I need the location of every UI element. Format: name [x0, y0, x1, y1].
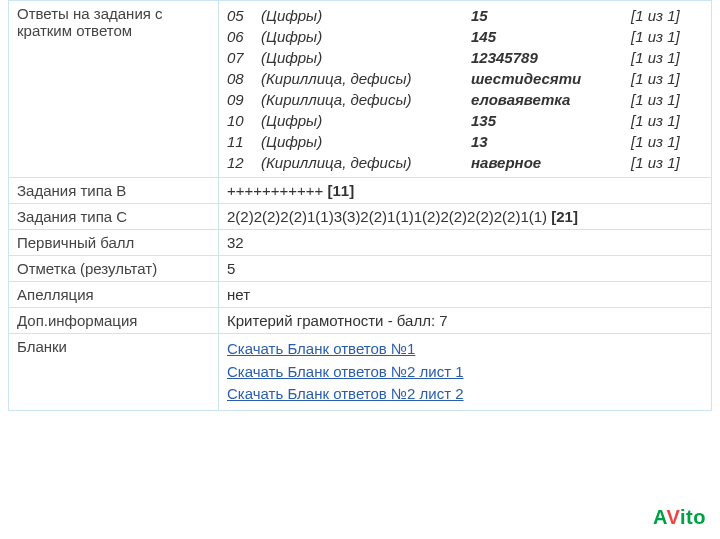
answer-num: 09 [227, 89, 261, 110]
answer-value: 135 [471, 110, 631, 131]
answer-num: 12 [227, 152, 261, 173]
label-mark: Отметка (результат) [9, 256, 219, 282]
answer-num: 06 [227, 26, 261, 47]
type-c-marks: 2(2)2(2)2(2)1(1)3(3)2(2)1(1)1(2)2(2)2(2)… [227, 208, 551, 225]
answer-row: 11 (Цифры) 13 [1 из 1] [227, 131, 703, 152]
answer-row: 07 (Цифры) 12345789 [1 из 1] [227, 47, 703, 68]
value-type-b: +++++++++++ [11] [219, 178, 712, 204]
label-type-b: Задания типа В [9, 178, 219, 204]
type-b-total: [11] [328, 182, 355, 199]
answer-row: 08 (Кириллица, дефисы) шестидесяти [1 из… [227, 68, 703, 89]
answer-value: наверное [471, 152, 631, 173]
cell-short-answers: 05 (Цифры) 15 [1 из 1] 06 (Цифры) 145 [1… [219, 1, 712, 178]
value-blanks: Скачать Бланк ответов №1 Скачать Бланк о… [219, 334, 712, 411]
answer-score: [1 из 1] [631, 26, 703, 47]
answer-type: (Кириллица, дефисы) [261, 89, 471, 110]
type-c-total: [21] [551, 208, 578, 225]
label-short-answers: Ответы на задания с кратким ответом [9, 1, 219, 178]
answer-num: 05 [227, 5, 261, 26]
answer-score: [1 из 1] [631, 131, 703, 152]
answer-type: (Цифры) [261, 47, 471, 68]
answer-row: 12 (Кириллица, дефисы) наверное [1 из 1] [227, 152, 703, 173]
value-primary-score: 32 [219, 230, 712, 256]
answer-num: 10 [227, 110, 261, 131]
answers-subtable: 05 (Цифры) 15 [1 из 1] 06 (Цифры) 145 [1… [227, 5, 703, 173]
answer-type: (Цифры) [261, 131, 471, 152]
answer-value: еловаяветка [471, 89, 631, 110]
row-primary-score: Первичный балл 32 [9, 230, 712, 256]
answer-row: 05 (Цифры) 15 [1 из 1] [227, 5, 703, 26]
answer-value: шестидесяти [471, 68, 631, 89]
row-short-answers: Ответы на задания с кратким ответом 05 (… [9, 1, 712, 178]
row-appeal: Апелляция нет [9, 282, 712, 308]
answer-type: (Кириллица, дефисы) [261, 152, 471, 173]
answer-type: (Цифры) [261, 110, 471, 131]
row-mark: Отметка (результат) 5 [9, 256, 712, 282]
answer-num: 11 [227, 131, 261, 152]
label-appeal: Апелляция [9, 282, 219, 308]
label-extra: Доп.информация [9, 308, 219, 334]
answer-score: [1 из 1] [631, 47, 703, 68]
type-b-marks: +++++++++++ [227, 182, 328, 199]
answer-row: 10 (Цифры) 135 [1 из 1] [227, 110, 703, 131]
answer-score: [1 из 1] [631, 5, 703, 26]
value-appeal: нет [219, 282, 712, 308]
blank-link-3[interactable]: Скачать Бланк ответов №2 лист 2 [227, 383, 703, 406]
label-type-c: Задания типа С [9, 204, 219, 230]
blank-link-2[interactable]: Скачать Бланк ответов №2 лист 1 [227, 361, 703, 384]
answer-value: 13 [471, 131, 631, 152]
answer-num: 07 [227, 47, 261, 68]
value-extra: Критерий грамотности - балл: 7 [219, 308, 712, 334]
row-type-b: Задания типа В +++++++++++ [11] [9, 178, 712, 204]
answer-type: (Кириллица, дефисы) [261, 68, 471, 89]
answer-row: 06 (Цифры) 145 [1 из 1] [227, 26, 703, 47]
answer-row: 09 (Кириллица, дефисы) еловаяветка [1 из… [227, 89, 703, 110]
label-primary-score: Первичный балл [9, 230, 219, 256]
value-type-c: 2(2)2(2)2(2)1(1)3(3)2(2)1(1)1(2)2(2)2(2)… [219, 204, 712, 230]
answer-type: (Цифры) [261, 26, 471, 47]
answer-score: [1 из 1] [631, 89, 703, 110]
answer-type: (Цифры) [261, 5, 471, 26]
row-extra: Доп.информация Критерий грамотности - ба… [9, 308, 712, 334]
results-table: Ответы на задания с кратким ответом 05 (… [8, 0, 712, 411]
label-blanks: Бланки [9, 334, 219, 411]
value-mark: 5 [219, 256, 712, 282]
answer-value: 12345789 [471, 47, 631, 68]
answer-score: [1 из 1] [631, 110, 703, 131]
row-blanks: Бланки Скачать Бланк ответов №1 Скачать … [9, 334, 712, 411]
answer-num: 08 [227, 68, 261, 89]
answer-score: [1 из 1] [631, 152, 703, 173]
answer-value: 15 [471, 5, 631, 26]
row-type-c: Задания типа С 2(2)2(2)2(2)1(1)3(3)2(2)1… [9, 204, 712, 230]
answer-score: [1 из 1] [631, 68, 703, 89]
answer-value: 145 [471, 26, 631, 47]
blank-link-1[interactable]: Скачать Бланк ответов №1 [227, 338, 703, 361]
